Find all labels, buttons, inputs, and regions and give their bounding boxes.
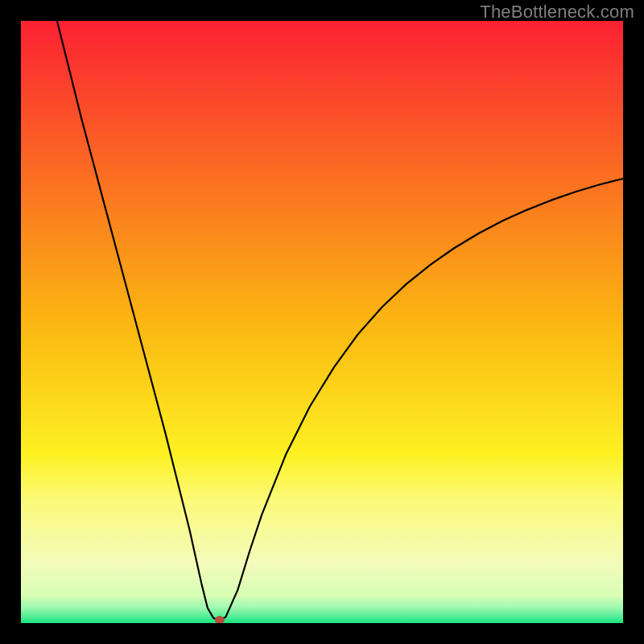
chart-container: TheBottleneck.com <box>0 0 644 644</box>
chart-svg <box>21 21 623 623</box>
plot-area <box>21 21 623 623</box>
gradient-background <box>21 21 623 623</box>
watermark-text: TheBottleneck.com <box>480 2 634 23</box>
